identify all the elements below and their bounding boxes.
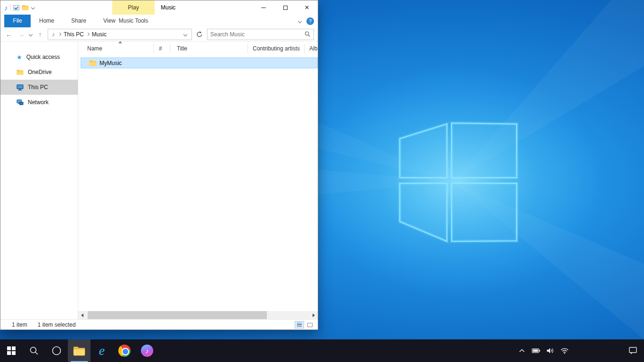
back-button[interactable]: ← [4, 31, 14, 38]
folder-icon [89, 60, 97, 66]
triangle-left-icon [81, 313, 83, 317]
maximize-icon [283, 6, 288, 10]
expand-ribbon-chevron-icon[interactable] [298, 19, 302, 23]
show-hidden-icons-button[interactable] [518, 339, 526, 362]
triangle-right-icon [313, 313, 315, 317]
customize-toolbar-chevron-icon[interactable] [31, 6, 35, 9]
tab-music-tools[interactable]: Music Tools [112, 15, 155, 27]
scroll-right-button[interactable] [310, 311, 318, 319]
sort-ascending-icon [118, 41, 122, 43]
breadcrumb-chevron-icon[interactable] [86, 33, 90, 36]
file-row-mymusic[interactable]: MyMusic [81, 58, 318, 68]
this-pc-monitor-icon [17, 84, 24, 90]
scroll-left-button[interactable] [78, 311, 86, 319]
status-bar: 1 item 1 item selected [0, 319, 318, 329]
horizontal-scrollbar[interactable] [78, 311, 318, 319]
address-row: ← → ↑ ♪ This PC Music [0, 27, 318, 41]
chevron-down-icon [183, 33, 187, 36]
taskbar: e ♪ [0, 339, 644, 362]
file-list-pane: Name # Title Contributing artists Alb My… [78, 42, 318, 319]
quick-access-star-icon: ★ [17, 54, 22, 60]
new-folder-icon[interactable] [22, 5, 29, 10]
item-count: 1 item [12, 321, 27, 328]
action-center-icon [629, 347, 637, 354]
breadcrumb-this-pc[interactable]: This PC [64, 31, 84, 38]
column-header-title[interactable]: Title [170, 44, 248, 53]
battery-icon [532, 348, 540, 353]
column-header-name[interactable]: Name [78, 44, 154, 53]
start-button[interactable] [0, 339, 23, 362]
title-bar: ♪ Play Music ✕ [0, 0, 318, 15]
music-app-icon: ♪ [141, 345, 153, 357]
large-icons-view-icon [307, 323, 313, 327]
recent-locations-chevron-icon[interactable] [29, 33, 33, 36]
chrome-icon [118, 345, 131, 357]
properties-icon[interactable] [13, 5, 19, 10]
up-button[interactable]: ↑ [35, 31, 45, 38]
forward-button[interactable]: → [17, 31, 26, 38]
column-label: Name [87, 45, 102, 52]
window-title: Music [161, 0, 175, 15]
help-icon[interactable]: ? [306, 17, 314, 25]
window-controls: ✕ [253, 0, 318, 15]
sidebar-item-label: OneDrive [28, 69, 52, 75]
navigation-pane: ★ Quick access OneDrive T [0, 42, 78, 319]
explorer-body: ★ Quick access OneDrive T [0, 42, 318, 319]
taskbar-chrome-button[interactable] [113, 339, 136, 362]
taskbar-internet-explorer-button[interactable]: e [91, 339, 113, 362]
location-music-icon: ♪ [52, 31, 55, 38]
minimize-button[interactable] [253, 0, 274, 15]
details-view-icon [297, 323, 302, 327]
cortana-button[interactable] [45, 339, 68, 362]
sidebar-item-quick-access[interactable]: ★ Quick access [0, 49, 78, 65]
toolbar-separator [10, 4, 11, 11]
onedrive-folder-icon [17, 69, 24, 75]
maximize-button[interactable] [274, 0, 296, 15]
search-input[interactable] [210, 31, 305, 38]
refresh-button[interactable] [195, 31, 204, 38]
sidebar-item-this-pc[interactable]: This PC [0, 80, 78, 95]
breadcrumb-chevron-icon[interactable] [58, 33, 61, 36]
breadcrumb-music[interactable]: Music [92, 31, 107, 38]
wifi-icon [561, 348, 569, 354]
chevron-up-icon [519, 349, 525, 353]
cortana-circle-icon [51, 346, 62, 356]
internet-explorer-icon: e [99, 344, 105, 357]
sidebar-item-network[interactable]: Network [0, 95, 78, 110]
file-name: MyMusic [99, 60, 122, 66]
action-center-button[interactable] [629, 339, 637, 362]
tab-home[interactable]: Home [31, 15, 63, 27]
tab-share[interactable]: Share [63, 15, 95, 27]
taskbar-music-app-button[interactable]: ♪ [136, 339, 158, 362]
tab-file[interactable]: File [4, 15, 31, 27]
network-wifi-button[interactable] [560, 339, 569, 362]
minimize-icon [261, 8, 266, 8]
volume-button[interactable] [546, 339, 554, 362]
speaker-icon [546, 347, 554, 354]
network-icon [17, 99, 24, 106]
selected-count: 1 item selected [38, 321, 76, 328]
sidebar-item-onedrive[interactable]: OneDrive [0, 65, 78, 80]
address-bar[interactable]: ♪ This PC Music [48, 29, 192, 40]
system-tray [518, 339, 569, 362]
column-header-album[interactable]: Alb [305, 44, 318, 53]
details-view-button[interactable] [295, 321, 304, 329]
view-toggles [295, 321, 314, 329]
music-note-glyph: ♪ [146, 347, 149, 354]
taskbar-file-explorer-button[interactable] [68, 339, 91, 362]
quick-access-toolbar: ♪ [4, 0, 35, 15]
battery-status-button[interactable] [532, 339, 540, 362]
large-icons-view-button[interactable] [305, 321, 314, 329]
close-button[interactable]: ✕ [296, 0, 318, 15]
address-dropdown-button[interactable] [181, 33, 190, 36]
scrollbar-thumb[interactable] [88, 311, 267, 319]
taskbar-search-button[interactable] [23, 339, 45, 362]
contextual-group-play[interactable]: Play [112, 0, 155, 15]
app-music-icon: ♪ [4, 4, 8, 11]
search-icon [305, 31, 311, 37]
search-box[interactable] [207, 29, 314, 40]
file-explorer-icon [73, 346, 85, 356]
column-header-artists[interactable]: Contributing artists [248, 44, 305, 53]
refresh-icon [196, 31, 203, 38]
column-header-number[interactable]: # [154, 44, 170, 53]
